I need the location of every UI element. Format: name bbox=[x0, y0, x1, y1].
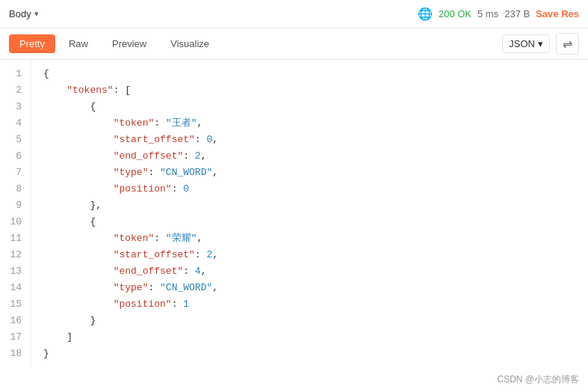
tab-visualize[interactable]: Visualize bbox=[160, 34, 220, 53]
tab-preview[interactable]: Preview bbox=[102, 34, 157, 53]
word-wrap-button[interactable]: ⇌ bbox=[556, 33, 579, 55]
line-number: 16 bbox=[6, 313, 22, 329]
code-line: "end_offset": 2, bbox=[43, 148, 576, 165]
line-number: 3 bbox=[6, 99, 22, 115]
code-area: 123456789101112131415161718 { "tokens": … bbox=[0, 60, 588, 368]
globe-icon: 🌐 bbox=[418, 7, 433, 21]
top-bar-right: 🌐 200 OK 5 ms 237 B Save Res bbox=[418, 7, 579, 21]
line-number: 15 bbox=[6, 296, 22, 313]
line-number: 11 bbox=[6, 230, 22, 247]
line-number: 12 bbox=[6, 247, 22, 263]
code-line: }, bbox=[43, 197, 576, 214]
line-number: 14 bbox=[6, 280, 22, 296]
code-line: "tokens": [ bbox=[43, 82, 576, 99]
line-number: 10 bbox=[6, 214, 22, 230]
code-line: "start_offset": 2, bbox=[43, 247, 576, 263]
code-line: } bbox=[43, 313, 576, 329]
format-label: JSON bbox=[509, 38, 535, 49]
line-number: 8 bbox=[6, 181, 22, 197]
tabs-bar: Pretty Raw Preview Visualize JSON ▾ ⇌ bbox=[0, 28, 588, 60]
status-badge: 200 OK bbox=[439, 8, 471, 19]
time-badge: 5 ms bbox=[477, 8, 498, 19]
code-line: "end_offset": 4, bbox=[43, 263, 576, 280]
code-line: ] bbox=[43, 329, 576, 346]
line-number: 9 bbox=[6, 197, 22, 214]
line-number: 13 bbox=[6, 263, 22, 280]
code-content: { "tokens": [ { "token": "王者", "start_of… bbox=[31, 60, 588, 368]
wrap-icon: ⇌ bbox=[563, 37, 572, 51]
save-response-button[interactable]: Save Res bbox=[536, 8, 579, 19]
code-line: { bbox=[43, 66, 576, 82]
code-line: "token": "荣耀", bbox=[43, 230, 576, 247]
line-number: 6 bbox=[6, 148, 22, 165]
line-number: 18 bbox=[6, 346, 22, 362]
code-line: { bbox=[43, 214, 576, 230]
code-line: { bbox=[43, 99, 576, 115]
body-label: Body bbox=[9, 8, 31, 19]
code-line: } bbox=[43, 346, 576, 362]
tab-raw[interactable]: Raw bbox=[58, 34, 99, 53]
line-number: 5 bbox=[6, 132, 22, 148]
format-selector[interactable]: JSON ▾ bbox=[502, 34, 550, 53]
top-bar: Body ▾ 🌐 200 OK 5 ms 237 B Save Res bbox=[0, 0, 588, 28]
code-line: "position": 1 bbox=[43, 296, 576, 313]
code-line: "start_offset": 0, bbox=[43, 132, 576, 148]
size-badge: 237 B bbox=[504, 8, 530, 19]
chevron-down-icon[interactable]: ▾ bbox=[34, 9, 39, 19]
line-number: 7 bbox=[6, 165, 22, 181]
line-number: 17 bbox=[6, 329, 22, 346]
line-numbers: 123456789101112131415161718 bbox=[0, 60, 31, 368]
line-number: 1 bbox=[6, 66, 22, 82]
code-line: "type": "CN_WORD", bbox=[43, 165, 576, 181]
line-number: 4 bbox=[6, 115, 22, 132]
code-line: "type": "CN_WORD", bbox=[43, 280, 576, 296]
line-number: 2 bbox=[6, 82, 22, 99]
chevron-down-icon: ▾ bbox=[538, 38, 543, 49]
code-line: "position": 0 bbox=[43, 181, 576, 197]
code-line: "token": "王者", bbox=[43, 115, 576, 132]
tab-pretty[interactable]: Pretty bbox=[9, 34, 55, 53]
format-select-wrapper: JSON ▾ ⇌ bbox=[502, 33, 579, 55]
